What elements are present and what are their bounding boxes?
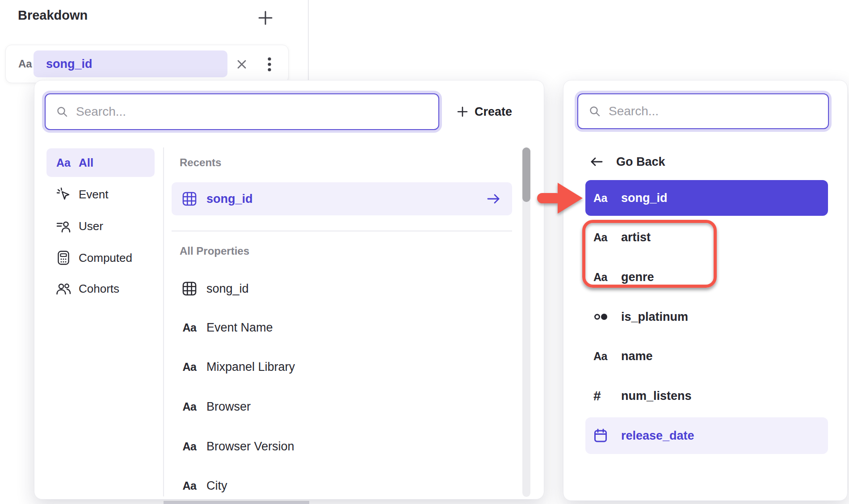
remove-breakdown-button[interactable] [235, 58, 248, 71]
calendar-icon [593, 428, 612, 443]
property-detail-dropdown: Search... Go Back Aa song_id Aa artist A… [563, 80, 848, 501]
property-label: num_listens [621, 389, 692, 403]
search-placeholder: Search... [76, 105, 126, 119]
boolean-icon [593, 312, 612, 322]
recent-property-song_id[interactable]: song_id [172, 182, 512, 215]
property-row-song_id[interactable]: song_id [172, 272, 512, 305]
drill-in-arrow-icon[interactable] [486, 193, 501, 205]
add-breakdown-button[interactable] [255, 7, 276, 29]
all-properties-heading: All Properties [180, 245, 249, 257]
scrollbar-thumb[interactable] [522, 147, 530, 202]
property-label: Mixpanel Library [206, 360, 295, 374]
subproperty-row-name[interactable]: Aa name [585, 340, 828, 373]
property-label: release_date [621, 429, 694, 443]
text-type-icon: Aa [593, 350, 612, 363]
calculator-icon [55, 250, 71, 265]
close-icon [235, 58, 248, 71]
category-tab-cohorts[interactable]: Cohorts [46, 274, 155, 303]
subproperty-row-artist[interactable]: Aa artist [585, 221, 828, 254]
property-row-city[interactable]: Aa City [172, 469, 512, 502]
subproperty-row-num_listens[interactable]: # num_listens [585, 379, 828, 412]
plus-icon [256, 9, 274, 27]
text-type-icon: Aa [181, 400, 198, 413]
category-tab-all[interactable]: Aa All [46, 148, 155, 177]
go-back-label: Go Back [616, 155, 665, 169]
table-grid-icon [181, 281, 198, 296]
search-input[interactable]: Search... [45, 93, 439, 130]
text-type-icon: Aa [181, 361, 198, 374]
event-click-icon [55, 187, 71, 202]
recents-heading: Recents [180, 156, 221, 169]
category-label: User [79, 219, 103, 233]
property-label: Event Name [206, 321, 273, 335]
property-row-event-name[interactable]: Aa Event Name [172, 311, 512, 344]
search-icon [589, 105, 601, 117]
text-type-icon: Aa [55, 156, 71, 169]
go-back-button[interactable]: Go Back [589, 148, 665, 175]
search-placeholder: Search... [609, 104, 659, 118]
create-button-label: Create [475, 105, 512, 119]
category-label: All [79, 156, 93, 170]
text-type-icon: Aa [18, 45, 32, 83]
breakdown-section-title: Breakdown [18, 8, 88, 23]
subproperty-row-release_date[interactable]: release_date [585, 417, 828, 454]
sidebar-divider [163, 147, 164, 496]
property-label: song_id [206, 192, 253, 206]
property-picker-dropdown: Search... Create Aa All Event [34, 80, 544, 500]
breakdown-property-label: song_id [46, 57, 92, 71]
text-type-icon: Aa [593, 271, 612, 284]
property-label: name [621, 349, 653, 363]
property-label: is_platinum [621, 310, 688, 324]
category-tab-event[interactable]: Event [46, 180, 155, 209]
subproperty-row-genre[interactable]: Aa genre [585, 260, 828, 294]
property-row-mixpanel-library[interactable]: Aa Mixpanel Library [172, 350, 512, 383]
section-divider [172, 231, 512, 231]
people-icon [55, 282, 71, 295]
panel-edge-divider [308, 0, 309, 80]
category-label: Computed [79, 251, 132, 265]
kebab-menu-icon [267, 57, 272, 72]
property-label: Browser [206, 400, 251, 414]
text-type-icon: Aa [593, 231, 612, 244]
create-property-button[interactable]: Create [457, 93, 512, 130]
property-row-browser-version[interactable]: Aa Browser Version [172, 430, 512, 463]
text-type-icon: Aa [181, 440, 198, 453]
property-label: City [206, 479, 227, 493]
user-list-icon [55, 219, 71, 233]
property-label: Browser Version [206, 440, 294, 454]
property-label: song_id [206, 282, 249, 296]
property-picker-screen: Breakdown Aa song_id Sea [0, 0, 849, 504]
breakdown-options-button[interactable] [267, 57, 272, 72]
table-grid-icon [181, 191, 198, 206]
text-type-icon: Aa [593, 192, 612, 205]
property-label: artist [621, 231, 651, 244]
number-icon: # [593, 388, 612, 403]
text-type-icon: Aa [181, 479, 198, 492]
plus-icon [457, 106, 468, 118]
search-icon [56, 106, 68, 118]
search-input[interactable]: Search... [577, 93, 829, 129]
subproperty-row-is_platinum[interactable]: is_platinum [585, 300, 828, 333]
category-tab-computed[interactable]: Computed [46, 244, 155, 272]
subproperty-row-song_id[interactable]: Aa song_id [585, 180, 828, 216]
property-row-browser[interactable]: Aa Browser [172, 390, 512, 423]
breakdown-chip[interactable]: Aa song_id [5, 45, 289, 83]
text-type-icon: Aa [181, 321, 198, 334]
property-label: genre [621, 270, 654, 284]
breakdown-property-token[interactable]: song_id [34, 50, 227, 77]
category-tab-user[interactable]: User [46, 212, 155, 240]
category-label: Event [79, 188, 109, 202]
category-label: Cohorts [79, 282, 119, 296]
property-label: song_id [621, 191, 668, 205]
arrow-left-icon [589, 156, 604, 168]
